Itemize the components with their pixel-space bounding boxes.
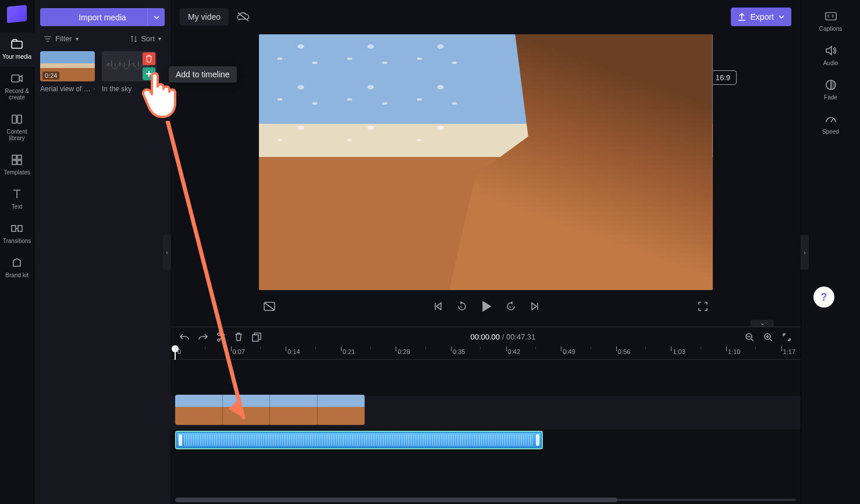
chevron-down-icon: ⌄ <box>760 319 765 327</box>
sidebar-item-record-create[interactable]: Record & create <box>0 67 34 108</box>
right-tool-rail: Captions Audio Fade Speed › <box>801 0 860 504</box>
ruler-tick: 1:17 <box>783 348 795 355</box>
svg-rect-18 <box>825 13 836 20</box>
sort-button[interactable]: Sort ▾ <box>127 32 165 45</box>
collapse-right-panel-button[interactable]: › <box>801 235 809 270</box>
sync-off-button[interactable] <box>237 12 250 22</box>
fullscreen-icon <box>698 301 708 312</box>
rewind-button[interactable]: 5 <box>457 301 467 312</box>
help-button[interactable]: ? <box>813 287 834 308</box>
zoom-in-button[interactable] <box>763 333 773 342</box>
checkmark-icon <box>93 85 95 92</box>
filter-label: Filter <box>55 34 72 43</box>
split-button[interactable] <box>217 333 225 342</box>
scrollbar-thumb[interactable] <box>175 498 617 502</box>
sidebar-item-speed[interactable]: Speed <box>801 108 861 142</box>
forward-button[interactable]: 5 <box>506 301 516 312</box>
sidebar-label: Transitions <box>3 238 31 244</box>
rail-label: Speed <box>822 128 839 135</box>
cloud-off-icon <box>237 12 250 22</box>
svg-point-14 <box>218 339 220 341</box>
timeline-ruler[interactable]: 00:070:140:210:280:350:420:490:561:031:1… <box>170 346 801 360</box>
delete-media-button[interactable] <box>143 52 155 65</box>
audio-clip[interactable] <box>175 431 543 449</box>
filter-button[interactable]: Filter ▾ <box>40 32 82 45</box>
video-preview[interactable] <box>259 34 713 290</box>
ruler-tick: 0:07 <box>233 348 245 355</box>
play-icon <box>481 301 492 312</box>
speaker-icon <box>825 45 837 56</box>
svg-rect-3 <box>17 115 22 123</box>
svg-rect-7 <box>17 160 22 165</box>
sidebar-item-captions[interactable]: Captions <box>801 5 861 39</box>
play-button[interactable] <box>481 301 492 312</box>
sidebar-item-templates[interactable]: Templates <box>0 148 34 183</box>
aspect-ratio-button[interactable]: 16:9 <box>709 70 737 85</box>
sidebar-item-brand-kit[interactable]: Brand kit <box>0 251 34 285</box>
project-title: My video <box>188 12 221 22</box>
ruler-tick: 0:49 <box>563 348 575 355</box>
timecode-display: 00:00.00 / 00:47.31 <box>470 333 535 341</box>
sidebar-item-content-library[interactable]: Content library <box>0 108 34 148</box>
fullscreen-button[interactable] <box>698 301 708 312</box>
ruler-tick: 0:28 <box>397 348 410 355</box>
collapse-media-panel-button[interactable]: ‹ <box>163 235 171 270</box>
ruler-tick: 0:56 <box>618 348 630 355</box>
sidebar-item-transitions[interactable]: Transitions <box>0 217 34 251</box>
sidebar-item-text[interactable]: Text <box>0 183 34 217</box>
import-label: Import media <box>79 13 126 22</box>
ruler-tick: 0:14 <box>287 348 300 355</box>
rail-label: Audio <box>823 60 838 66</box>
chevron-down-icon <box>779 15 784 19</box>
undo-button[interactable] <box>180 333 189 341</box>
hide-controls-button[interactable] <box>264 302 275 311</box>
current-time: 00:00.00 <box>470 333 500 341</box>
ruler-tick: 0:35 <box>453 348 465 355</box>
total-time: 00:47.31 <box>506 333 536 341</box>
sidebar-label: Text <box>12 203 22 210</box>
svg-text:5: 5 <box>460 305 463 309</box>
chevron-left-icon: ‹ <box>166 249 168 256</box>
sort-icon <box>130 35 137 43</box>
video-clip[interactable] <box>175 395 365 425</box>
sidebar-label: Content library <box>1 128 33 141</box>
timeline-scrollbar[interactable] <box>170 497 801 503</box>
copy-icon <box>252 333 261 342</box>
skip-forward-icon <box>530 302 539 311</box>
svg-rect-0 <box>12 41 22 48</box>
transitions-icon <box>11 223 23 234</box>
zoom-out-icon <box>745 333 754 342</box>
tooltip-add-to-timeline: Add to timeline <box>169 66 237 83</box>
project-title-input[interactable]: My video <box>180 8 229 26</box>
library-icon <box>11 113 23 125</box>
add-to-timeline-button[interactable] <box>143 67 155 80</box>
import-media-button[interactable]: Import media <box>40 8 165 26</box>
duplicate-button[interactable] <box>252 333 261 342</box>
zoom-out-button[interactable] <box>745 333 754 342</box>
sidebar-item-audio[interactable]: Audio <box>801 39 861 73</box>
timeline[interactable] <box>170 360 801 504</box>
folder-media-icon <box>11 38 23 50</box>
fit-timeline-button[interactable] <box>782 333 791 342</box>
filter-icon <box>44 35 52 42</box>
center-area: My video Export 16:9 <box>170 0 801 504</box>
skip-start-button[interactable] <box>433 302 443 311</box>
sidebar-label: Record & create <box>1 88 33 101</box>
export-button[interactable]: Export <box>731 8 791 26</box>
skip-end-button[interactable] <box>530 302 539 311</box>
delete-clip-button[interactable] <box>234 333 243 342</box>
redo-button[interactable] <box>198 333 208 341</box>
forward-5-icon: 5 <box>506 301 516 312</box>
import-media-dropdown[interactable] <box>147 8 165 26</box>
svg-rect-8 <box>12 226 16 231</box>
sidebar-item-fade[interactable]: Fade <box>801 73 861 108</box>
media-item-video[interactable]: 0:24 Aerial view of … <box>40 51 95 93</box>
sidebar-label: Your media <box>2 53 31 60</box>
sidebar-item-your-media[interactable]: Your media <box>0 33 34 67</box>
skip-back-icon <box>433 302 443 311</box>
collapse-timeline-button[interactable]: ⌄ <box>751 320 774 327</box>
upload-icon <box>738 12 746 22</box>
media-item-audio[interactable]: In the sky <box>102 51 157 93</box>
media-thumbnail: 0:24 <box>40 51 95 81</box>
rail-label: Captions <box>819 26 842 32</box>
